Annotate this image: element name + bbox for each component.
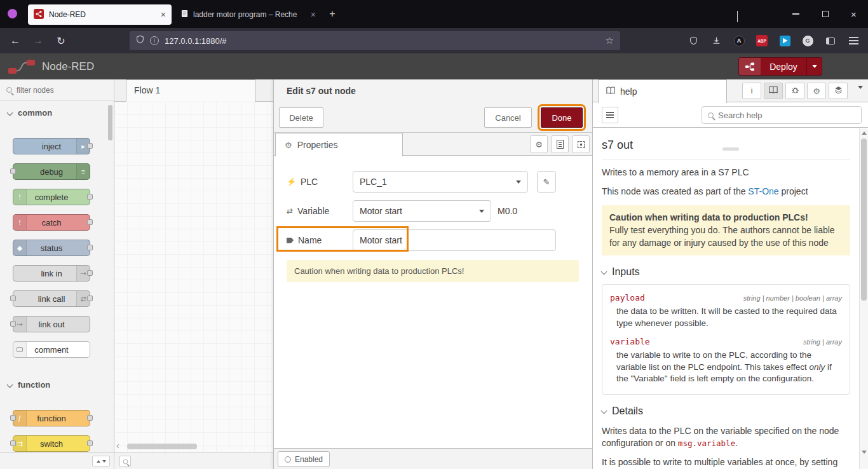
forward-button[interactable]: →: [28, 31, 48, 51]
done-button[interactable]: Done: [541, 107, 583, 128]
search-icon: [708, 112, 714, 118]
help-search-input[interactable]: [718, 111, 855, 120]
gear-icon: ⚙: [813, 86, 820, 96]
sidebar-menu-button[interactable]: [858, 89, 863, 100]
reload-button[interactable]: ↻: [51, 31, 71, 51]
browser-menu-icon[interactable]: [844, 31, 863, 50]
tab-help[interactable]: help: [598, 79, 727, 103]
adblock-icon[interactable]: ABP: [752, 31, 771, 50]
site-info-icon[interactable]: i: [150, 36, 159, 45]
palette-node-link-call[interactable]: link call ⇄: [13, 290, 90, 307]
edit-config-node-button[interactable]: ✎: [537, 171, 556, 193]
output-port: [87, 245, 93, 250]
info-tab-button[interactable]: i: [742, 83, 761, 99]
tracking-protection-icon[interactable]: [136, 35, 144, 46]
palette-nodes-function: function ƒ switch ⇉: [0, 410, 114, 452]
help-tab-button[interactable]: [764, 83, 783, 99]
workspace-hscrollbar[interactable]: [127, 444, 197, 449]
new-tab-button[interactable]: +: [325, 7, 339, 21]
palette-node-complete[interactable]: complete !: [13, 189, 90, 205]
property-payload-desc: the data to be written. It will be caste…: [616, 306, 842, 330]
search-icon: [123, 459, 128, 464]
palette-node-debug[interactable]: debug ≡: [13, 163, 90, 180]
chevron-down-icon: [601, 268, 607, 275]
palette-node-function[interactable]: function ƒ: [13, 410, 90, 426]
extension-blue-icon[interactable]: [775, 31, 794, 50]
help-intro: Writes to a memory area in a S7 PLC: [602, 167, 850, 179]
cancel-button[interactable]: Cancel: [484, 107, 532, 128]
scroll-down-icon: [862, 451, 867, 454]
palette-scrollbar[interactable]: [108, 105, 112, 140]
help-index-button[interactable]: [602, 107, 618, 123]
window-minimize-button[interactable]: [782, 0, 810, 28]
tab-close-icon[interactable]: ×: [161, 10, 166, 20]
variable-select[interactable]: Motor start: [353, 200, 491, 222]
scroll-up-icon: [97, 460, 100, 463]
app-title: Node-RED: [42, 53, 94, 79]
bookmark-star-icon[interactable]: ☆: [606, 35, 614, 46]
config-tab-button[interactable]: ⚙: [807, 83, 826, 99]
palette-node-link-in[interactable]: link in ⇢: [13, 265, 90, 282]
caution-tip: Caution when writing data to production …: [287, 260, 579, 282]
book-icon: [606, 86, 615, 97]
back-button[interactable]: ←: [5, 31, 25, 51]
palette-node-inject[interactable]: inject ▸: [13, 138, 90, 154]
palette-node-comment[interactable]: comment: [13, 341, 90, 358]
palette-node-switch[interactable]: switch ⇉: [13, 435, 90, 452]
browser-tab-search[interactable]: ladder motor program – Reche ×: [175, 4, 322, 25]
st-one-link[interactable]: ST-One: [748, 186, 778, 196]
url-text: 127.0.0.1:1880/#: [165, 36, 600, 46]
nodered-favicon: [34, 9, 44, 21]
palette-node-link-out[interactable]: link out ⇢: [13, 316, 90, 332]
collapse-palette-icon[interactable]: ‹: [116, 440, 119, 451]
search-flows-button[interactable]: [119, 456, 131, 467]
flow-tab[interactable]: Flow 1: [126, 79, 255, 102]
enabled-toggle[interactable]: Enabled: [278, 451, 330, 467]
palette-category-function[interactable]: function: [0, 373, 114, 396]
download-icon[interactable]: [707, 31, 726, 50]
sidebar-toggle-icon[interactable]: [821, 31, 840, 50]
url-bar[interactable]: i 127.0.0.1:1880/# ☆: [130, 31, 620, 50]
window-maximize-button[interactable]: [811, 0, 839, 28]
palette-search-input[interactable]: [17, 86, 93, 95]
delete-button[interactable]: Delete: [279, 107, 323, 128]
inputs-section-header[interactable]: Inputs: [602, 265, 850, 279]
deploy-options-button[interactable]: [806, 58, 822, 75]
palette-category-common[interactable]: common: [0, 101, 114, 124]
flow-canvas[interactable]: [114, 102, 273, 452]
list-tabs-button[interactable]: [737, 11, 738, 22]
help-scrollbar[interactable]: [859, 128, 868, 469]
debug-tab-button[interactable]: [785, 83, 804, 99]
browser-tab-nodered[interactable]: Node-RED ×: [28, 4, 172, 25]
palette-node-status[interactable]: status ◆: [13, 240, 90, 256]
name-input[interactable]: [353, 229, 556, 251]
node-appearance-button[interactable]: [572, 135, 590, 153]
tab-properties[interactable]: ⚙ Properties: [275, 133, 403, 156]
node-settings-button[interactable]: ⚙: [530, 135, 548, 153]
plc-select[interactable]: PLC_1: [353, 171, 528, 193]
scrollbar-thumb[interactable]: [861, 139, 867, 301]
palette-node-catch[interactable]: catch !: [13, 214, 90, 231]
window-close-button[interactable]: ×: [839, 0, 868, 28]
input-port: [10, 296, 16, 301]
form-row-variable: ⇄ Variable Motor start M0.0: [287, 200, 517, 222]
profile-badge[interactable]: [8, 9, 17, 18]
help-search[interactable]: [702, 106, 862, 124]
deploy-button[interactable]: Deploy: [738, 57, 822, 76]
comment-bubble-icon: [13, 342, 27, 357]
shield-toolbar-icon[interactable]: [684, 31, 703, 50]
tab-close-icon[interactable]: ×: [311, 10, 316, 20]
extension-a-icon[interactable]: A: [729, 31, 749, 50]
nodered-logo: [8, 58, 37, 78]
context-tab-button[interactable]: [829, 83, 848, 99]
document-icon: [557, 140, 564, 149]
node-description-button[interactable]: [551, 135, 569, 153]
palette-scroll-buttons[interactable]: [92, 456, 110, 466]
output-port: [87, 194, 93, 200]
details-section-header[interactable]: Details: [602, 404, 850, 418]
extension-g-icon[interactable]: G: [798, 31, 817, 50]
help-credit: This node was created as part of the ST-…: [602, 186, 850, 198]
palette-search[interactable]: [0, 79, 114, 101]
tab-title: ladder motor program – Reche: [193, 10, 306, 19]
resize-grip[interactable]: [722, 147, 739, 151]
